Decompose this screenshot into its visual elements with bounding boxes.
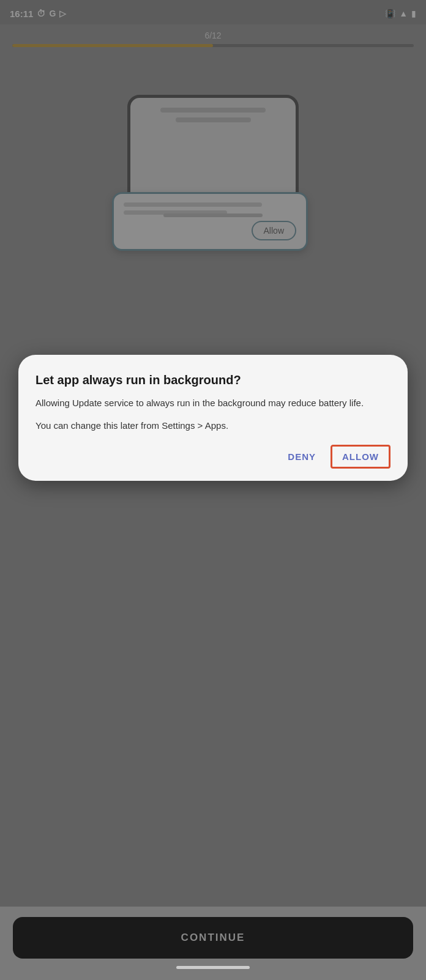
continue-button[interactable]: CONTINUE <box>13 917 413 959</box>
bottom-area: CONTINUE <box>0 907 426 980</box>
continue-button-label: CONTINUE <box>181 932 245 944</box>
allow-button[interactable]: ALLOW <box>331 445 390 469</box>
home-indicator <box>176 966 250 969</box>
deny-button[interactable]: DENY <box>280 447 323 467</box>
backdrop-overlay <box>0 0 426 980</box>
dialog-title: Let app always run in background? <box>36 372 390 388</box>
dialog-buttons: DENY ALLOW <box>36 445 390 469</box>
system-dialog: Let app always run in background? Allowi… <box>18 355 408 481</box>
dialog-body-1: Allowing Update service to always run in… <box>36 396 390 410</box>
dialog-body-2: You can change this later from Settings … <box>36 419 390 433</box>
